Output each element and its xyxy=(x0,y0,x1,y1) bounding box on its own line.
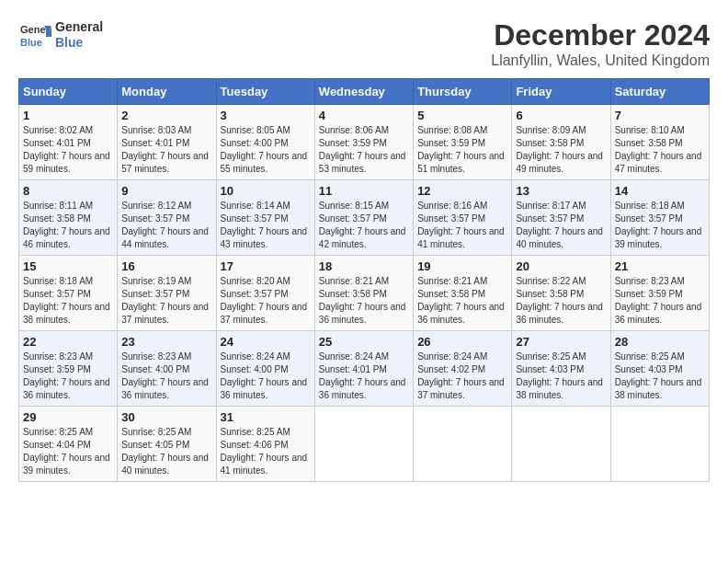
day-number: 16 xyxy=(121,259,211,273)
day-info: Sunrise: 8:24 AMSunset: 4:00 PMDaylight:… xyxy=(221,351,308,400)
day-info: Sunrise: 8:21 AMSunset: 3:58 PMDaylight:… xyxy=(319,276,406,325)
day-info: Sunrise: 8:14 AMSunset: 3:57 PMDaylight:… xyxy=(221,201,308,249)
calendar-cell: 2 Sunrise: 8:03 AMSunset: 4:01 PMDayligh… xyxy=(118,105,216,180)
day-info: Sunrise: 8:06 AMSunset: 3:59 PMDaylight:… xyxy=(319,125,406,174)
calendar-cell xyxy=(512,407,610,482)
day-number: 31 xyxy=(221,410,311,424)
svg-marker-3 xyxy=(46,29,51,37)
day-info: Sunrise: 8:24 AMSunset: 4:01 PMDaylight:… xyxy=(319,351,406,400)
day-number: 1 xyxy=(23,109,113,122)
calendar-cell: 30 Sunrise: 8:25 AMSunset: 4:05 PMDaylig… xyxy=(118,407,216,482)
day-number: 9 xyxy=(121,184,211,198)
calendar-cell: 10 Sunrise: 8:14 AMSunset: 3:57 PMDaylig… xyxy=(216,180,314,256)
day-number: 14 xyxy=(615,184,705,198)
calendar-cell: 6 Sunrise: 8:09 AMSunset: 3:58 PMDayligh… xyxy=(512,105,610,180)
day-info: Sunrise: 8:05 AMSunset: 4:00 PMDaylight:… xyxy=(221,125,308,174)
day-info: Sunrise: 8:10 AMSunset: 3:58 PMDaylight:… xyxy=(615,125,702,174)
day-info: Sunrise: 8:23 AMSunset: 3:59 PMDaylight:… xyxy=(615,276,702,325)
subtitle: Llanfyllin, Wales, United Kingdom xyxy=(491,52,710,69)
day-header-sunday: Sunday xyxy=(19,79,118,105)
calendar-header-row: SundayMondayTuesdayWednesdayThursdayFrid… xyxy=(19,79,710,105)
calendar-cell xyxy=(414,407,512,482)
calendar-cell: 12 Sunrise: 8:16 AMSunset: 3:57 PMDaylig… xyxy=(414,180,512,256)
logo-text-blue: Blue xyxy=(55,35,103,51)
day-number: 4 xyxy=(319,109,409,122)
day-info: Sunrise: 8:25 AMSunset: 4:05 PMDaylight:… xyxy=(121,427,209,476)
calendar-cell: 26 Sunrise: 8:24 AMSunset: 4:02 PMDaylig… xyxy=(414,331,512,407)
calendar-cell: 23 Sunrise: 8:23 AMSunset: 4:00 PMDaylig… xyxy=(118,331,216,407)
day-header-friday: Friday xyxy=(512,79,610,105)
logo: General Blue General Blue xyxy=(18,18,103,52)
day-number: 19 xyxy=(417,259,507,273)
calendar-cell: 21 Sunrise: 8:23 AMSunset: 3:59 PMDaylig… xyxy=(610,256,709,331)
calendar-cell: 1 Sunrise: 8:02 AMSunset: 4:01 PMDayligh… xyxy=(19,105,118,180)
day-number: 26 xyxy=(417,335,507,349)
day-info: Sunrise: 8:18 AMSunset: 3:57 PMDaylight:… xyxy=(615,201,702,249)
day-info: Sunrise: 8:23 AMSunset: 3:59 PMDaylight:… xyxy=(23,351,110,400)
calendar-cell: 31 Sunrise: 8:25 AMSunset: 4:06 PMDaylig… xyxy=(216,407,314,482)
page-header: General Blue General Blue December 2024 … xyxy=(18,18,710,69)
calendar-week-row: 1 Sunrise: 8:02 AMSunset: 4:01 PMDayligh… xyxy=(19,105,710,180)
calendar-cell xyxy=(314,407,413,482)
calendar-cell: 25 Sunrise: 8:24 AMSunset: 4:01 PMDaylig… xyxy=(314,331,413,407)
day-number: 6 xyxy=(516,109,606,122)
day-number: 11 xyxy=(319,184,409,198)
calendar-cell: 17 Sunrise: 8:20 AMSunset: 3:57 PMDaylig… xyxy=(216,256,314,331)
calendar-cell: 15 Sunrise: 8:18 AMSunset: 3:57 PMDaylig… xyxy=(19,256,118,331)
title-section: December 2024 Llanfyllin, Wales, United … xyxy=(491,18,710,69)
calendar-cell: 24 Sunrise: 8:24 AMSunset: 4:00 PMDaylig… xyxy=(216,331,314,407)
calendar-cell xyxy=(610,407,709,482)
calendar-cell: 13 Sunrise: 8:17 AMSunset: 3:57 PMDaylig… xyxy=(512,180,610,256)
day-header-monday: Monday xyxy=(118,79,216,105)
calendar-week-row: 8 Sunrise: 8:11 AMSunset: 3:58 PMDayligh… xyxy=(19,180,710,256)
day-info: Sunrise: 8:25 AMSunset: 4:06 PMDaylight:… xyxy=(221,427,308,476)
day-number: 24 xyxy=(221,335,311,349)
day-info: Sunrise: 8:03 AMSunset: 4:01 PMDaylight:… xyxy=(121,125,209,174)
calendar-cell: 11 Sunrise: 8:15 AMSunset: 3:57 PMDaylig… xyxy=(314,180,413,256)
calendar-week-row: 15 Sunrise: 8:18 AMSunset: 3:57 PMDaylig… xyxy=(19,256,710,331)
calendar-week-row: 29 Sunrise: 8:25 AMSunset: 4:04 PMDaylig… xyxy=(19,407,710,482)
calendar-cell: 9 Sunrise: 8:12 AMSunset: 3:57 PMDayligh… xyxy=(118,180,216,256)
day-number: 17 xyxy=(221,259,311,273)
day-number: 5 xyxy=(417,109,507,122)
day-info: Sunrise: 8:11 AMSunset: 3:58 PMDaylight:… xyxy=(23,201,110,249)
main-title: December 2024 xyxy=(491,18,710,52)
svg-text:Blue: Blue xyxy=(20,37,42,48)
day-info: Sunrise: 8:22 AMSunset: 3:58 PMDaylight:… xyxy=(516,276,603,325)
day-number: 2 xyxy=(121,109,211,122)
calendar-cell: 3 Sunrise: 8:05 AMSunset: 4:00 PMDayligh… xyxy=(216,105,314,180)
day-header-wednesday: Wednesday xyxy=(314,79,413,105)
day-info: Sunrise: 8:15 AMSunset: 3:57 PMDaylight:… xyxy=(319,201,406,249)
calendar-cell: 22 Sunrise: 8:23 AMSunset: 3:59 PMDaylig… xyxy=(19,331,118,407)
day-info: Sunrise: 8:18 AMSunset: 3:57 PMDaylight:… xyxy=(23,276,110,325)
day-info: Sunrise: 8:24 AMSunset: 4:02 PMDaylight:… xyxy=(417,351,505,400)
calendar-cell: 20 Sunrise: 8:22 AMSunset: 3:58 PMDaylig… xyxy=(512,256,610,331)
logo-text-general: General xyxy=(55,19,103,35)
logo-icon: General Blue xyxy=(18,18,51,52)
calendar-cell: 18 Sunrise: 8:21 AMSunset: 3:58 PMDaylig… xyxy=(314,256,413,331)
calendar-table: SundayMondayTuesdayWednesdayThursdayFrid… xyxy=(18,78,710,482)
calendar-cell: 16 Sunrise: 8:19 AMSunset: 3:57 PMDaylig… xyxy=(118,256,216,331)
day-number: 13 xyxy=(516,184,606,198)
day-number: 21 xyxy=(615,259,705,273)
day-info: Sunrise: 8:25 AMSunset: 4:03 PMDaylight:… xyxy=(615,351,702,400)
calendar-cell: 5 Sunrise: 8:08 AMSunset: 3:59 PMDayligh… xyxy=(414,105,512,180)
day-number: 30 xyxy=(121,410,211,424)
calendar-cell: 29 Sunrise: 8:25 AMSunset: 4:04 PMDaylig… xyxy=(19,407,118,482)
day-number: 3 xyxy=(221,109,311,122)
day-number: 15 xyxy=(23,259,113,273)
calendar-cell: 8 Sunrise: 8:11 AMSunset: 3:58 PMDayligh… xyxy=(19,180,118,256)
calendar-week-row: 22 Sunrise: 8:23 AMSunset: 3:59 PMDaylig… xyxy=(19,331,710,407)
day-info: Sunrise: 8:12 AMSunset: 3:57 PMDaylight:… xyxy=(121,201,209,249)
calendar-cell: 28 Sunrise: 8:25 AMSunset: 4:03 PMDaylig… xyxy=(610,331,709,407)
day-number: 8 xyxy=(23,184,113,198)
day-info: Sunrise: 8:16 AMSunset: 3:57 PMDaylight:… xyxy=(417,201,505,249)
calendar-cell: 7 Sunrise: 8:10 AMSunset: 3:58 PMDayligh… xyxy=(610,105,709,180)
day-header-tuesday: Tuesday xyxy=(216,79,314,105)
day-number: 28 xyxy=(615,335,705,349)
day-number: 7 xyxy=(615,109,705,122)
day-number: 29 xyxy=(23,410,113,424)
day-info: Sunrise: 8:17 AMSunset: 3:57 PMDaylight:… xyxy=(516,201,603,249)
day-number: 27 xyxy=(516,335,606,349)
calendar-cell: 4 Sunrise: 8:06 AMSunset: 3:59 PMDayligh… xyxy=(314,105,413,180)
